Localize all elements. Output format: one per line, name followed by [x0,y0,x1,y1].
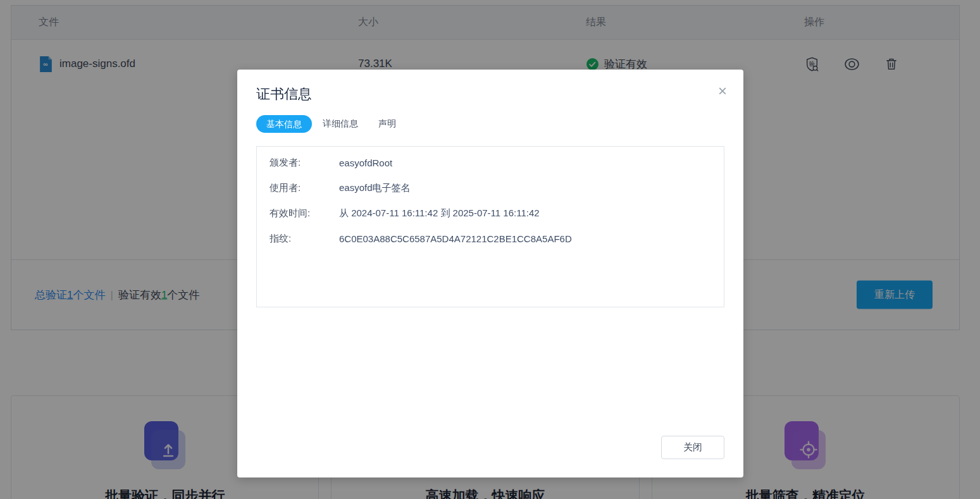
certificate-info-modal: 证书信息 × 基本信息 详细信息 声明 颁发者: easyofdRoot 使用者… [237,70,743,477]
modal-title: 证书信息 [256,85,312,104]
tab-basic-info[interactable]: 基本信息 [256,115,312,133]
field-label: 使用者: [270,182,339,194]
close-button[interactable]: 关闭 [661,436,724,459]
modal-tabs: 基本信息 详细信息 声明 [256,115,396,133]
field-value: easyofdRoot [339,157,392,168]
field-value: 从 2024-07-11 16:11:42 到 2025-07-11 16:11… [339,207,540,219]
tab-statement[interactable]: 声明 [378,118,396,130]
field-label: 有效时间: [270,207,339,219]
field-row-validity: 有效时间: 从 2024-07-11 16:11:42 到 2025-07-11… [270,200,711,226]
field-row-fingerprint: 指纹: 6C0E03A88C5C6587A5D4A72121C2BE1CC8A5… [270,226,711,251]
field-value: easyofd电子签名 [339,182,411,194]
field-row-issuer: 颁发者: easyofdRoot [270,150,711,175]
certificate-fields-panel: 颁发者: easyofdRoot 使用者: easyofd电子签名 有效时间: … [256,146,724,307]
field-value: 6C0E03A88C5C6587A5D4A72121C2BE1CC8A5AF6D [339,233,572,244]
close-icon[interactable]: × [718,83,727,99]
field-label: 指纹: [270,233,339,245]
field-row-subject: 使用者: easyofd电子签名 [270,175,711,200]
field-label: 颁发者: [270,157,339,169]
tab-detail-info[interactable]: 详细信息 [323,118,358,130]
